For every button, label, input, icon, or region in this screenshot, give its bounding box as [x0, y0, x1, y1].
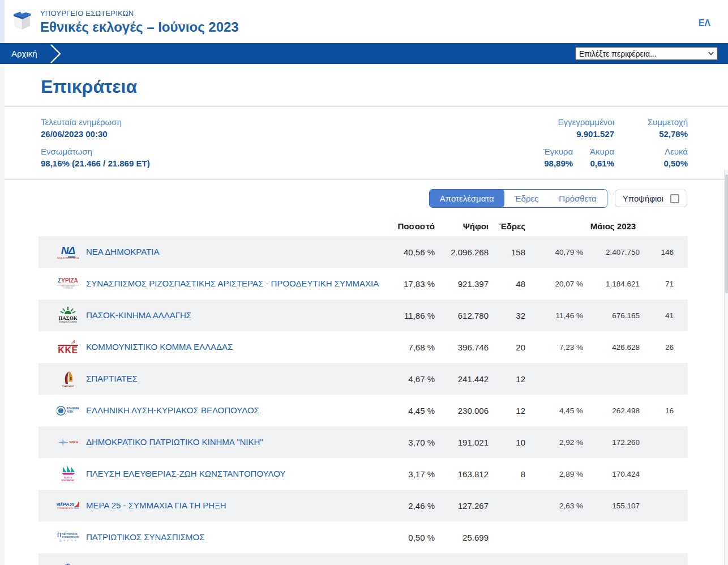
party-seats: 8 [489, 469, 525, 479]
party-may-percent: 2,92 % [525, 438, 583, 447]
page-edge-bottom [0, 64, 5, 565]
party-percent: 3,17 % [384, 469, 435, 479]
page-edge-top [0, 0, 5, 43]
party-seats: 32 [489, 311, 525, 320]
party-votes: 230.006 [435, 406, 489, 416]
party-name-link[interactable]: ΜΕΡΑ 25 - ΣΥΜΜΑΧΙΑ ΓΙΑ ΤΗ ΡΗΞΗ [86, 500, 384, 511]
party-name-link[interactable]: ΠΛΕΥΣΗ ΕΛΕΥΘΕΡΙΑΣ-ΖΩΗ ΚΩΝΣΤΑΝΤΟΠΟΥΛΟΥ [86, 469, 384, 479]
ballot-box-icon [10, 7, 34, 33]
party-name-link[interactable]: ΔΗΜΟΚΡΑΤΙΚΟ ΠΑΤΡΙΩΤΙΚΟ ΚΙΝΗΜΑ "ΝΙΚΗ" [86, 437, 384, 447]
party-percent: 4,67 % [384, 374, 435, 384]
app-header: ΥΠΟΥΡΓΕΙΟ ΕΣΩΤΕΡΙΚΩΝ Εθνικές εκλογές – Ι… [0, 0, 728, 43]
party-name-link[interactable]: ΣΠΑΡΤΙΑΤΕΣ [86, 374, 384, 384]
party-seats: 20 [489, 343, 525, 352]
candidates-checkbox[interactable] [670, 194, 679, 203]
party-may-votes: 155.107 [583, 502, 640, 510]
party-name-link[interactable]: ΝΕΑ ΔΗΜΟΚΡΑΤΙΑ [86, 247, 384, 257]
table-row: ΦΩΝΗ ΛΟΓΙΚΗΣ ΦΩΝΗ ΛΟΓΙΚΗΣ ΑΦΡΟΔΙΤΗ ΛΑΤΙΝ… [38, 553, 688, 565]
party-votes: 396.746 [435, 343, 489, 352]
results-table: Ποσοστό Ψήφοι Έδρες Μάιος 2023 ΝΔΝΕΑ ΔΗΜ… [38, 216, 688, 565]
header-votes: Ψήφοι [435, 221, 489, 231]
party-name-link[interactable]: ΚΟΜΜΟΥΝΙΣΤΙΚΟ ΚΟΜΜΑ ΕΛΛΑΔΑΣ [86, 342, 384, 352]
table-row: ΠΛΕΥΣΗΕΛΕΥΘΕΡΙΑΣ ΠΛΕΥΣΗ ΕΛΕΥΘΕΡΙΑΣ-ΖΩΗ Κ… [38, 458, 688, 490]
party-may-percent: 2,89 % [525, 470, 583, 478]
party-may-percent: 4,45 % [525, 406, 583, 415]
tab-extras[interactable]: Πρόσθετα [549, 190, 606, 207]
table-row: ΜέΡΑ25ΣΥΜΜΑΧΙΑ ΓΙΑ ΤΗ ΡΗΞΗ ΜΕΡΑ 25 - ΣΥΜ… [38, 490, 688, 521]
scrollbar[interactable] [724, 170, 728, 565]
integration-stat: Ενσωμάτωση 98,16% (21.466 / 21.869 ΕΤ) [41, 147, 150, 168]
header-may-2023: Μάιος 2023 [525, 221, 674, 231]
candidates-toggle[interactable]: Υποψήφιοι [615, 190, 687, 207]
party-votes: 127.267 [435, 501, 489, 511]
party-percent: 11,86 % [384, 311, 435, 320]
party-may-seats: 26 [640, 343, 674, 352]
candidates-label: Υποψήφιοι [623, 194, 663, 203]
turnout-label: Συμμετοχή [631, 117, 688, 127]
toolbar: Αποτελέσματα Έδρες Πρόσθετα Υποψήφιοι [0, 180, 728, 208]
brand: ΥΠΟΥΡΓΕΙΟ ΕΣΩΤΕΡΙΚΩΝ Εθνικές εκλογές – Ι… [10, 7, 239, 35]
table-row: ΝΔΝΕΑ ΔΗΜΟΚΡΑΤΙΑ ΝΕΑ ΔΗΜΟΚΡΑΤΙΑ 40,56 % … [38, 236, 688, 268]
party-percent: 3,70 % [384, 438, 435, 447]
scrollbar-thumb[interactable] [725, 174, 728, 293]
stats-section: Τελευταία ενημέρωση 26/06/2023 00:30 Ενσ… [0, 107, 728, 180]
blank-value: 0,50% [631, 159, 688, 168]
registered-label: Εγγεγραμμένοι [558, 117, 614, 127]
registered-stat: Εγγεγραμμένοι 9.901.527 [558, 117, 614, 139]
party-name-link[interactable]: ΕΛΛΗΝΙΚΗ ΛΥΣΗ-ΚΥΡΙΑΚΟΣ ΒΕΛΟΠΟΥΛΟΣ [86, 405, 384, 416]
blank-label: Λευκά [631, 147, 688, 156]
party-name-link[interactable]: ΠΑΤΡΙΩΤΙΚΟΣ ΣΥΝΑΣΠΙΣΜΟΣ [86, 532, 384, 542]
site-title: Εθνικές εκλογές – Ιούνιος 2023 [40, 19, 239, 35]
elliniki-lysi-logo: ΕΛΛΗΝΙΚΗΛΥΣΗ [57, 399, 79, 422]
party-votes: 163.812 [435, 469, 489, 479]
nd-logo: ΝΔΝΕΑ ΔΗΜΟΚΡΑΤΙΑ [57, 240, 79, 264]
party-votes: 241.442 [435, 374, 489, 384]
breadcrumb: Αρχική Επιλέξτε περιφέρεια... [0, 43, 728, 64]
invalid-label: Άκυρα [590, 147, 614, 156]
party-may-votes: 676.165 [583, 311, 640, 320]
foni-logikis-logo: ΦΩΝΗ ΛΟΓΙΚΗΣ [57, 557, 79, 565]
last-update-stat: Τελευταία ενημέρωση 26/06/2023 00:30 [41, 117, 150, 139]
mera25-logo: ΜέΡΑ25ΣΥΜΜΑΧΙΑ ΓΙΑ ΤΗ ΡΗΞΗ [57, 494, 79, 517]
page-title-section: Επικράτεια [0, 64, 728, 107]
language-switch[interactable]: ΕΛ [699, 18, 710, 28]
party-may-votes: 170.424 [583, 470, 640, 478]
party-may-votes: 426.628 [583, 343, 640, 352]
valid-label: Έγκυρα [543, 147, 573, 156]
region-select[interactable]: Επιλέξτε περιφέρεια... [575, 47, 718, 60]
results-table-body: ΝΔΝΕΑ ΔΗΜΟΚΡΑΤΙΑ ΝΕΑ ΔΗΜΟΚΡΑΤΙΑ 40,56 % … [38, 236, 688, 565]
party-may-percent: 20,07 % [525, 280, 583, 288]
party-may-seats: 41 [640, 311, 674, 320]
header-percent: Ποσοστό [384, 221, 435, 231]
syriza-logo: ΣΥΡΙΖΑΠΡΟΟΔΕΥΤΙΚΗ ΣΥΜΜΑΧΙΑ [57, 272, 79, 296]
tab-seats[interactable]: Έδρες [504, 190, 549, 207]
header-seats: Έδρες [489, 221, 525, 231]
party-may-percent: 2,63 % [525, 502, 583, 510]
stats-row-2: Έγκυρα 98,89% Άκυρα 0,61% Λευκά 0,50% [543, 147, 688, 168]
stats-left: Τελευταία ενημέρωση 26/06/2023 00:30 Ενσ… [41, 117, 150, 168]
valid-stat: Έγκυρα 98,89% [543, 147, 573, 168]
page-title: Επικράτεια [41, 76, 728, 97]
party-seats: 10 [489, 438, 525, 447]
table-row: ΕΛΛΗΝΙΚΗΛΥΣΗ ΕΛΛΗΝΙΚΗ ΛΥΣΗ-ΚΥΡΙΑΚΟΣ ΒΕΛΟ… [38, 395, 688, 426]
table-row: ΠΠΑΤΡΙΩΤΙΚΟΣΣΥΝΑΣΠΙΣΜΟΣ⚓ ✛ Ω ⚖ Φ ΠΑΤΡΙΩΤ… [38, 521, 688, 553]
breadcrumb-home-link[interactable]: Αρχική [11, 49, 37, 58]
region-select-wrap: Επιλέξτε περιφέρεια... [575, 47, 718, 60]
party-name-link[interactable]: ΣΥΝΑΣΠΙΣΜΟΣ ΡΙΖΟΣΠΑΣΤΙΚΗΣ ΑΡΙΣΤΕΡΑΣ - ΠΡ… [86, 279, 384, 289]
party-votes: 25.699 [435, 533, 489, 542]
tab-results[interactable]: Αποτελέσματα [430, 190, 504, 207]
party-may-votes: 172.260 [583, 438, 640, 447]
plefsi-logo: ΠΛΕΥΣΗΕΛΕΥΘΕΡΙΑΣ [57, 462, 79, 486]
invalid-value: 0,61% [590, 159, 614, 168]
table-row: ΠΑΣΟΚΚίνημα Αλλαγής ΠΑΣΟΚ-ΚΙΝΗΜΑ ΑΛΛΑΓΗΣ… [38, 299, 688, 331]
turnout-stat: Συμμετοχή 52,78% [631, 117, 688, 139]
party-name-link[interactable]: ΠΑΣΟΚ-ΚΙΝΗΜΑ ΑΛΛΑΓΗΣ [86, 310, 384, 320]
party-percent: 2,46 % [384, 501, 435, 511]
breadcrumb-chevron-icon [50, 44, 65, 63]
party-percent: 4,45 % [384, 406, 435, 416]
party-votes: 191.021 [435, 438, 489, 447]
registered-value: 9.901.527 [558, 129, 614, 139]
party-seats: 12 [489, 406, 525, 416]
invalid-stat: Άκυρα 0,61% [590, 147, 614, 168]
party-may-votes: 1.184.621 [583, 280, 640, 288]
